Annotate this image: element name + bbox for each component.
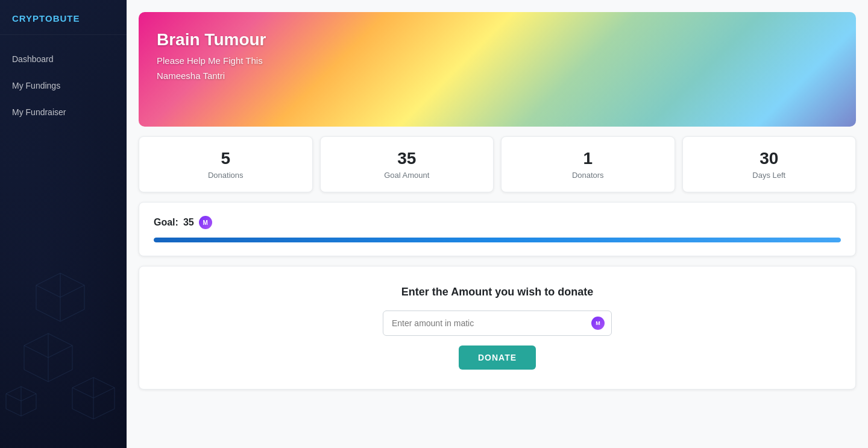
stat-days-left: 30 Days Left	[682, 136, 857, 192]
stat-donators: 1 Donators	[501, 136, 675, 192]
stat-goal-amount-label: Goal Amount	[330, 171, 484, 180]
donate-title: Enter the Amount you wish to donate	[154, 286, 841, 298]
stat-donations-label: Donations	[149, 171, 303, 180]
sidebar-item-my-fundraiser[interactable]: My Fundraiser	[0, 100, 127, 124]
sidebar-nav: Dashboard My Fundings My Fundraiser	[0, 35, 127, 136]
stat-days-left-value: 30	[693, 149, 846, 168]
goal-section: Goal: 35 M	[139, 202, 856, 256]
stat-donators-label: Donators	[511, 171, 665, 180]
app-logo: CRYPTOBUTE	[0, 0, 127, 35]
donate-amount-input[interactable]	[383, 311, 612, 336]
goal-label: Goal:	[154, 217, 178, 228]
matic-input-icon: M	[591, 317, 605, 330]
stat-goal-amount-value: 35	[330, 149, 484, 168]
matic-icon: M	[199, 216, 212, 229]
donate-button[interactable]: DONATE	[459, 345, 536, 370]
sidebar: CRYPTOBUTE Dashboard My Fundings My Fund…	[0, 0, 127, 448]
stat-donations-value: 5	[149, 149, 303, 168]
stat-goal-amount: 35 Goal Amount	[320, 136, 494, 192]
goal-header: Goal: 35 M	[154, 216, 841, 229]
progress-bar-bg	[154, 238, 841, 242]
sidebar-item-my-fundings[interactable]: My Fundings	[0, 74, 127, 98]
main-content: Brain Tumour Please Help Me Fight This N…	[127, 0, 868, 448]
stat-donators-value: 1	[511, 149, 665, 168]
stats-row: 5 Donations 35 Goal Amount 1 Donators 30…	[139, 136, 856, 192]
progress-bar-fill	[154, 238, 841, 242]
hero-author: Nameesha Tantri	[157, 71, 266, 81]
hero-banner: Brain Tumour Please Help Me Fight This N…	[139, 12, 856, 127]
goal-value: 35	[183, 217, 194, 228]
hero-title: Brain Tumour	[157, 30, 266, 49]
donate-input-wrap: M	[383, 311, 612, 336]
stat-days-left-label: Days Left	[693, 171, 846, 180]
donate-section: Enter the Amount you wish to donate M DO…	[139, 266, 856, 390]
hero-subtitle: Please Help Me Fight This	[157, 55, 266, 66]
hero-text-block: Brain Tumour Please Help Me Fight This N…	[157, 30, 266, 81]
sidebar-item-dashboard[interactable]: Dashboard	[0, 47, 127, 71]
stat-donations: 5 Donations	[139, 136, 313, 192]
